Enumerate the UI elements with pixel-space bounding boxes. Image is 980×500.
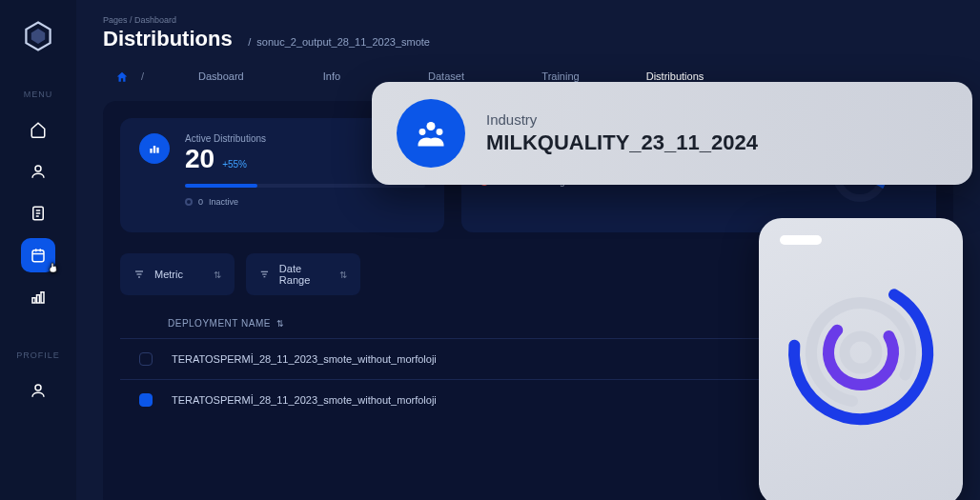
people-icon bbox=[397, 99, 465, 168]
svg-point-32 bbox=[845, 336, 877, 369]
breadcrumb-path: / sonuc_2_output_28_11_2023_smote bbox=[248, 36, 430, 48]
menu-section-label: MENU bbox=[24, 90, 53, 99]
tab-dashboard[interactable]: Dasboard bbox=[198, 65, 275, 91]
filter-icon bbox=[133, 269, 145, 280]
svg-point-31 bbox=[817, 309, 906, 397]
nav-profile[interactable] bbox=[21, 373, 55, 408]
col-deployment-name[interactable]: DEPLOYMENT NAME bbox=[168, 318, 271, 329]
svg-point-26 bbox=[427, 122, 436, 130]
nav-home[interactable] bbox=[21, 112, 55, 147]
rings-card bbox=[759, 218, 963, 500]
deployment-name: TERATOSPERMİ_28_11_2023_smote_without_mo… bbox=[172, 394, 437, 406]
nav-distributions[interactable] bbox=[21, 238, 55, 272]
svg-rect-11 bbox=[32, 298, 35, 303]
inactive-count: 0 bbox=[198, 197, 203, 207]
nav-user[interactable] bbox=[21, 154, 55, 189]
card-handle bbox=[780, 235, 822, 245]
svg-rect-16 bbox=[153, 146, 155, 153]
active-delta: +55% bbox=[222, 159, 247, 170]
breadcrumb: Pages / Dashboard bbox=[103, 15, 953, 25]
svg-rect-13 bbox=[41, 292, 44, 303]
row-checkbox[interactable] bbox=[139, 393, 153, 407]
deployment-name: TERATOSPERMİ_28_11_2023_smote_without_mo… bbox=[172, 353, 437, 365]
profile-section-label: PROFILE bbox=[16, 350, 60, 360]
svg-point-30 bbox=[804, 295, 918, 410]
sidebar: MENU PROFILE bbox=[0, 0, 76, 500]
inactive-label: Inactive bbox=[209, 197, 238, 207]
row-checkbox[interactable] bbox=[139, 352, 153, 366]
chart-bar-icon bbox=[139, 133, 170, 164]
svg-point-2 bbox=[35, 166, 41, 171]
nav-stats[interactable] bbox=[21, 280, 55, 314]
svg-rect-7 bbox=[32, 250, 44, 262]
filter-icon bbox=[259, 269, 270, 280]
metric-filter[interactable]: Metric ⇅ bbox=[120, 253, 235, 295]
svg-point-28 bbox=[437, 129, 443, 135]
date-range-filter[interactable]: Date Range ⇅ bbox=[246, 253, 360, 295]
rings-chart-icon bbox=[780, 271, 942, 433]
active-value: 20 bbox=[185, 144, 214, 174]
chevron-updown-icon: ⇅ bbox=[214, 270, 221, 280]
svg-point-14 bbox=[35, 385, 41, 390]
tab-info[interactable]: Info bbox=[275, 65, 389, 91]
chevron-updown-icon: ⇅ bbox=[339, 270, 347, 280]
svg-rect-15 bbox=[150, 149, 152, 153]
industry-value: MILKQUALITY_23_11_2024 bbox=[486, 130, 758, 155]
app-logo bbox=[21, 19, 55, 53]
svg-point-27 bbox=[419, 129, 426, 135]
svg-rect-17 bbox=[156, 148, 158, 153]
page-title: Distributions bbox=[103, 27, 233, 51]
svg-rect-12 bbox=[37, 295, 40, 303]
industry-card: Industry MILKQUALITY_23_11_2024 bbox=[372, 82, 972, 185]
tab-home[interactable] bbox=[103, 65, 141, 91]
svg-marker-1 bbox=[31, 29, 45, 44]
cursor-hand-icon bbox=[46, 260, 61, 278]
nav-document[interactable] bbox=[21, 196, 55, 230]
industry-label: Industry bbox=[486, 111, 758, 128]
sort-icon[interactable]: ⇅ bbox=[276, 319, 285, 329]
svg-point-29 bbox=[780, 271, 942, 433]
inactive-dot-icon bbox=[185, 198, 193, 206]
